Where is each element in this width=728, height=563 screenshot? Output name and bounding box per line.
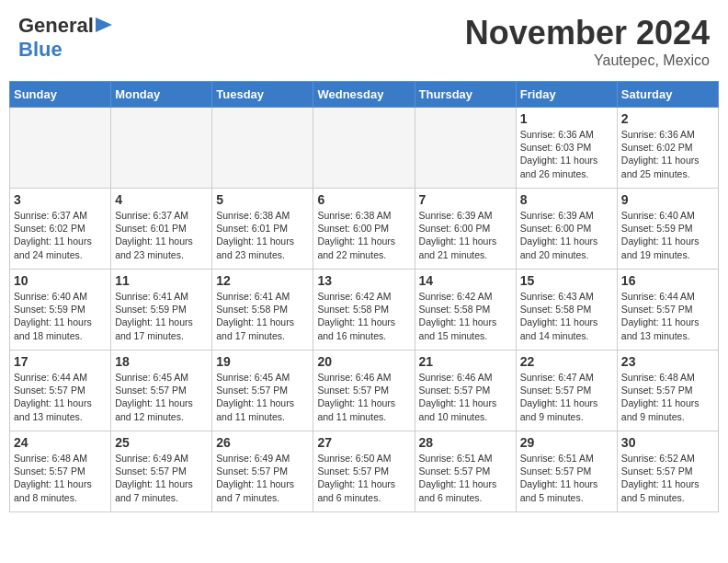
calendar-cell: 18Sunrise: 6:45 AMSunset: 5:57 PMDayligh… (111, 350, 212, 431)
calendar-cell: 27Sunrise: 6:50 AMSunset: 5:57 PMDayligh… (313, 431, 415, 512)
calendar-header-friday: Friday (516, 82, 617, 108)
logo-general-text: General (18, 14, 94, 38)
day-info: Sunrise: 6:37 AMSunset: 6:01 PMDaylight:… (115, 209, 208, 261)
calendar-cell (10, 108, 111, 189)
calendar-header-thursday: Thursday (415, 82, 516, 108)
calendar-cell: 9Sunrise: 6:40 AMSunset: 5:59 PMDaylight… (617, 189, 718, 270)
day-info: Sunrise: 6:44 AMSunset: 5:57 PMDaylight:… (14, 371, 107, 423)
month-title: November 2024 (465, 14, 710, 52)
day-number: 17 (14, 354, 107, 369)
day-number: 18 (115, 354, 208, 369)
day-info: Sunrise: 6:49 AMSunset: 5:57 PMDaylight:… (115, 452, 208, 504)
day-number: 13 (317, 273, 410, 288)
calendar-header-saturday: Saturday (617, 82, 718, 108)
calendar-week-row: 10Sunrise: 6:40 AMSunset: 5:59 PMDayligh… (10, 270, 719, 350)
calendar-cell: 16Sunrise: 6:44 AMSunset: 5:57 PMDayligh… (617, 270, 718, 350)
calendar-cell: 15Sunrise: 6:43 AMSunset: 5:58 PMDayligh… (516, 270, 617, 350)
day-info: Sunrise: 6:49 AMSunset: 5:57 PMDaylight:… (216, 452, 309, 504)
calendar-cell: 24Sunrise: 6:48 AMSunset: 5:57 PMDayligh… (10, 431, 111, 512)
day-number: 26 (216, 435, 309, 450)
day-number: 29 (520, 435, 613, 450)
day-info: Sunrise: 6:46 AMSunset: 5:57 PMDaylight:… (419, 371, 512, 423)
day-number: 28 (419, 435, 512, 450)
calendar-cell (313, 108, 415, 189)
day-number: 12 (216, 273, 309, 288)
day-number: 24 (14, 435, 107, 450)
day-number: 11 (115, 273, 208, 288)
day-number: 14 (419, 273, 512, 288)
day-info: Sunrise: 6:42 AMSunset: 5:58 PMDaylight:… (419, 290, 512, 342)
day-number: 10 (14, 273, 107, 288)
day-info: Sunrise: 6:38 AMSunset: 6:00 PMDaylight:… (317, 209, 410, 261)
day-number: 1 (520, 111, 613, 126)
day-info: Sunrise: 6:40 AMSunset: 5:59 PMDaylight:… (621, 209, 714, 261)
calendar-cell: 2Sunrise: 6:36 AMSunset: 6:02 PMDaylight… (617, 108, 718, 189)
day-info: Sunrise: 6:52 AMSunset: 5:57 PMDaylight:… (621, 452, 714, 504)
calendar-cell: 12Sunrise: 6:41 AMSunset: 5:58 PMDayligh… (212, 270, 313, 350)
calendar-cell: 19Sunrise: 6:45 AMSunset: 5:57 PMDayligh… (212, 350, 313, 431)
day-number: 9 (621, 192, 714, 207)
day-info: Sunrise: 6:42 AMSunset: 5:58 PMDaylight:… (317, 290, 410, 342)
calendar-cell: 21Sunrise: 6:46 AMSunset: 5:57 PMDayligh… (415, 350, 516, 431)
calendar-cell: 25Sunrise: 6:49 AMSunset: 5:57 PMDayligh… (111, 431, 212, 512)
day-number: 3 (14, 192, 107, 207)
calendar-week-row: 3Sunrise: 6:37 AMSunset: 6:02 PMDaylight… (10, 189, 719, 270)
calendar-cell: 13Sunrise: 6:42 AMSunset: 5:58 PMDayligh… (313, 270, 415, 350)
day-info: Sunrise: 6:37 AMSunset: 6:02 PMDaylight:… (14, 209, 107, 261)
calendar-cell: 1Sunrise: 6:36 AMSunset: 6:03 PMDaylight… (516, 108, 617, 189)
calendar-header-tuesday: Tuesday (212, 82, 313, 108)
calendar-week-row: 24Sunrise: 6:48 AMSunset: 5:57 PMDayligh… (10, 431, 719, 512)
day-info: Sunrise: 6:45 AMSunset: 5:57 PMDaylight:… (216, 371, 309, 423)
day-info: Sunrise: 6:41 AMSunset: 5:58 PMDaylight:… (216, 290, 309, 342)
day-info: Sunrise: 6:41 AMSunset: 5:59 PMDaylight:… (115, 290, 208, 342)
day-info: Sunrise: 6:46 AMSunset: 5:57 PMDaylight:… (317, 371, 410, 423)
day-number: 16 (621, 273, 714, 288)
calendar-header-row: SundayMondayTuesdayWednesdayThursdayFrid… (10, 82, 719, 108)
day-number: 8 (520, 192, 613, 207)
calendar-week-row: 1Sunrise: 6:36 AMSunset: 6:03 PMDaylight… (10, 108, 719, 189)
page-header: General Blue November 2024 Yautepec, Mex… (9, 9, 719, 74)
day-info: Sunrise: 6:48 AMSunset: 5:57 PMDaylight:… (14, 452, 107, 504)
day-number: 30 (621, 435, 714, 450)
calendar-cell: 28Sunrise: 6:51 AMSunset: 5:57 PMDayligh… (415, 431, 516, 512)
day-info: Sunrise: 6:44 AMSunset: 5:57 PMDaylight:… (621, 290, 714, 342)
calendar-cell: 3Sunrise: 6:37 AMSunset: 6:02 PMDaylight… (10, 189, 111, 270)
calendar-cell: 22Sunrise: 6:47 AMSunset: 5:57 PMDayligh… (516, 350, 617, 431)
day-number: 23 (621, 354, 714, 369)
day-number: 7 (419, 192, 512, 207)
day-info: Sunrise: 6:51 AMSunset: 5:57 PMDaylight:… (520, 452, 613, 504)
calendar-cell: 7Sunrise: 6:39 AMSunset: 6:00 PMDaylight… (415, 189, 516, 270)
day-number: 5 (216, 192, 309, 207)
day-info: Sunrise: 6:36 AMSunset: 6:02 PMDaylight:… (621, 128, 714, 180)
calendar-header-sunday: Sunday (10, 82, 111, 108)
day-number: 25 (115, 435, 208, 450)
calendar-cell: 29Sunrise: 6:51 AMSunset: 5:57 PMDayligh… (516, 431, 617, 512)
day-info: Sunrise: 6:39 AMSunset: 6:00 PMDaylight:… (520, 209, 613, 261)
calendar-cell: 11Sunrise: 6:41 AMSunset: 5:59 PMDayligh… (111, 270, 212, 350)
calendar-cell: 4Sunrise: 6:37 AMSunset: 6:01 PMDaylight… (111, 189, 212, 270)
subtitle: Yautepec, Mexico (465, 52, 710, 69)
calendar-cell: 14Sunrise: 6:42 AMSunset: 5:58 PMDayligh… (415, 270, 516, 350)
day-number: 15 (520, 273, 613, 288)
logo: General Blue (18, 14, 112, 62)
calendar-cell (415, 108, 516, 189)
day-info: Sunrise: 6:43 AMSunset: 5:58 PMDaylight:… (520, 290, 613, 342)
title-area: November 2024 Yautepec, Mexico (465, 14, 710, 69)
day-number: 20 (317, 354, 410, 369)
calendar-cell: 30Sunrise: 6:52 AMSunset: 5:57 PMDayligh… (617, 431, 718, 512)
calendar-cell (212, 108, 313, 189)
calendar-cell: 20Sunrise: 6:46 AMSunset: 5:57 PMDayligh… (313, 350, 415, 431)
calendar-cell (111, 108, 212, 189)
calendar-cell: 23Sunrise: 6:48 AMSunset: 5:57 PMDayligh… (617, 350, 718, 431)
day-info: Sunrise: 6:45 AMSunset: 5:57 PMDaylight:… (115, 371, 208, 423)
day-info: Sunrise: 6:51 AMSunset: 5:57 PMDaylight:… (419, 452, 512, 504)
day-info: Sunrise: 6:39 AMSunset: 6:00 PMDaylight:… (419, 209, 512, 261)
day-number: 22 (520, 354, 613, 369)
calendar-cell: 17Sunrise: 6:44 AMSunset: 5:57 PMDayligh… (10, 350, 111, 431)
calendar-table: SundayMondayTuesdayWednesdayThursdayFrid… (9, 81, 719, 512)
day-number: 27 (317, 435, 410, 450)
logo-blue-text: Blue (18, 38, 63, 62)
calendar-cell: 6Sunrise: 6:38 AMSunset: 6:00 PMDaylight… (313, 189, 415, 270)
day-info: Sunrise: 6:50 AMSunset: 5:57 PMDaylight:… (317, 452, 410, 504)
day-number: 6 (317, 192, 410, 207)
